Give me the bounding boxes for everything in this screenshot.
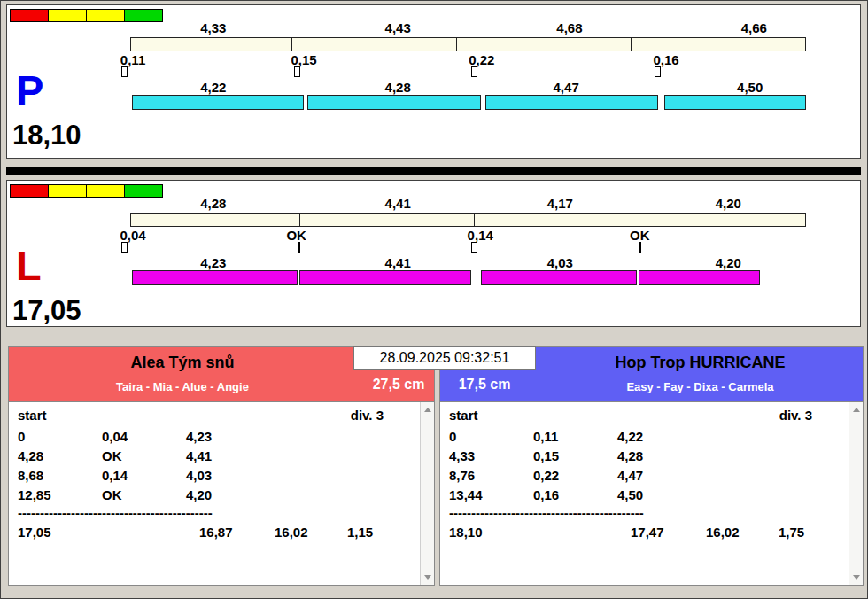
changeover-marker-icon bbox=[121, 242, 128, 253]
team-left-name: Alea Tým snů bbox=[9, 354, 356, 372]
table-header-row: start div. 3 bbox=[440, 408, 848, 425]
table-cell: 4,28 bbox=[617, 448, 643, 463]
changeover-marker-icon bbox=[471, 242, 477, 253]
start-light-red-icon bbox=[10, 9, 49, 22]
net-time-cell: 16,87 bbox=[199, 525, 233, 540]
total-time-cell: 18,10 bbox=[449, 525, 483, 540]
diff-time-cell: 1,75 bbox=[779, 525, 804, 540]
arrow-down-icon bbox=[424, 575, 431, 580]
separator-dashes: ----------------------------------------… bbox=[449, 505, 644, 520]
lane-divider bbox=[6, 167, 861, 175]
best-time-cell: 16,02 bbox=[275, 525, 308, 540]
dog-bar-segment bbox=[299, 270, 472, 285]
team-right-jump-height: 17,5 cm bbox=[447, 377, 522, 393]
table-row: 8,76 0,22 4,47 bbox=[440, 468, 848, 486]
division-label: div. 3 bbox=[351, 408, 384, 423]
lane-total-time: 17,05 bbox=[12, 295, 81, 327]
table-cell: 0 bbox=[18, 429, 25, 444]
split-time-label: 4,43 bbox=[385, 20, 411, 35]
table-cell: 4,22 bbox=[617, 429, 643, 444]
lane-p-bar-zone: 4,33 4,43 4,68 4,66 0,11 0,15 0,22 0,16 … bbox=[130, 5, 806, 158]
dog-bar-segment bbox=[485, 95, 658, 110]
start-label: start bbox=[18, 408, 47, 423]
split-time-label: 4,41 bbox=[385, 196, 411, 211]
team-right-dogs: Easy - Fay - Dixa - Carmela bbox=[536, 380, 864, 393]
scroll-down-button[interactable] bbox=[422, 571, 434, 584]
dog-bar-segment bbox=[132, 270, 298, 285]
table-scrollbar[interactable] bbox=[420, 402, 434, 585]
split-bar-segment bbox=[131, 38, 292, 51]
changeover-time-label: 0,11 bbox=[120, 52, 145, 67]
lane-l-bar-zone: 4,28 4,41 4,17 4,20 0,04 OK 0,14 OK 4,23… bbox=[130, 181, 806, 326]
changeover-ok-marker-icon bbox=[639, 242, 641, 253]
table-cell: 4,41 bbox=[186, 448, 212, 463]
dog-bar-segment bbox=[132, 95, 304, 110]
team-right-result-table: start div. 3 0 0,11 4,22 4,33 0,15 4,28 … bbox=[439, 401, 864, 586]
dog-time-bar bbox=[130, 270, 806, 285]
dog-time-label: 4,23 bbox=[200, 255, 226, 270]
split-time-bar bbox=[130, 213, 806, 227]
split-bar-segment bbox=[131, 214, 300, 226]
changeover-time-label: OK bbox=[286, 228, 306, 243]
table-summary-row: 18,10 17,47 16,02 1,75 bbox=[440, 525, 848, 542]
arrow-up-icon bbox=[424, 408, 431, 412]
split-time-label: 4,17 bbox=[547, 196, 573, 211]
start-light-yellow1-icon bbox=[48, 184, 87, 198]
split-bar-segment bbox=[292, 38, 457, 51]
split-time-label: 4,66 bbox=[741, 20, 767, 35]
table-cell: 0 bbox=[449, 429, 456, 444]
split-bar-segment bbox=[300, 214, 475, 226]
team-right-name: Hop Trop HURRICANE bbox=[536, 354, 864, 372]
table-row: 12,85 OK 4,20 bbox=[9, 487, 419, 505]
start-light-yellow2-icon bbox=[86, 184, 125, 198]
table-cell: 0,04 bbox=[102, 429, 128, 444]
arrow-up-icon bbox=[853, 408, 860, 412]
table-scrollbar[interactable] bbox=[849, 402, 863, 585]
split-time-label: 4,28 bbox=[200, 196, 226, 211]
start-light-yellow1-icon bbox=[48, 9, 87, 22]
team-left-dogs: Taira - Mia - Alue - Angie bbox=[9, 380, 356, 393]
table-cell: 4,23 bbox=[186, 429, 212, 444]
diff-time-cell: 1,15 bbox=[347, 525, 373, 540]
lane-l-panel: 4,28 4,41 4,17 4,20 0,04 OK 0,14 OK 4,23… bbox=[6, 180, 861, 327]
team-left-jump-height: 27,5 cm bbox=[361, 377, 436, 393]
dog-bar-segment bbox=[639, 270, 760, 285]
scroll-up-button[interactable] bbox=[422, 403, 434, 416]
dog-time-bar bbox=[130, 95, 806, 110]
dog-time-label: 4,50 bbox=[737, 80, 763, 95]
table-cell: 4,47 bbox=[617, 468, 643, 483]
changeover-ok-marker-icon bbox=[298, 242, 300, 253]
start-light-red-icon bbox=[10, 184, 49, 198]
table-header-row: start div. 3 bbox=[9, 408, 419, 425]
split-time-bar bbox=[130, 37, 806, 51]
table-cell: 4,20 bbox=[186, 487, 212, 502]
split-bar-segment bbox=[639, 214, 805, 226]
lane-letter: L bbox=[16, 245, 42, 286]
table-cell: 12,85 bbox=[18, 487, 51, 502]
split-bar-segment bbox=[632, 38, 805, 51]
start-label: start bbox=[449, 408, 478, 423]
changeover-time-label: 0,15 bbox=[291, 52, 316, 67]
table-cell: 0,22 bbox=[533, 468, 559, 483]
flyball-timing-window: 4,33 4,43 4,68 4,66 0,11 0,15 0,22 0,16 … bbox=[0, 0, 868, 599]
split-bar-segment bbox=[475, 214, 639, 226]
scroll-up-button[interactable] bbox=[850, 403, 863, 416]
table-row: 4,33 0,15 4,28 bbox=[440, 448, 848, 466]
changeover-marker-icon bbox=[471, 66, 477, 77]
changeover-time-label: OK bbox=[630, 228, 650, 243]
dog-time-label: 4,20 bbox=[716, 255, 741, 270]
table-separator-row: ----------------------------------------… bbox=[440, 505, 848, 523]
dog-bar-segment bbox=[481, 270, 637, 285]
split-bar-segment bbox=[457, 38, 632, 51]
dog-bar-segment bbox=[664, 95, 806, 110]
table-row: 0 0,04 4,23 bbox=[9, 429, 419, 447]
table-cell: 0,14 bbox=[102, 468, 128, 483]
lane-total-time: 18,10 bbox=[12, 120, 81, 152]
split-time-label: 4,68 bbox=[556, 20, 582, 35]
dog-time-label: 4,22 bbox=[200, 80, 226, 95]
scroll-down-button[interactable] bbox=[850, 571, 863, 584]
changeover-time-label: 0,04 bbox=[120, 228, 145, 243]
dog-time-label: 4,28 bbox=[385, 80, 411, 95]
table-summary-row: 17,05 16,87 16,02 1,15 bbox=[9, 525, 419, 542]
total-time-cell: 17,05 bbox=[18, 525, 51, 540]
